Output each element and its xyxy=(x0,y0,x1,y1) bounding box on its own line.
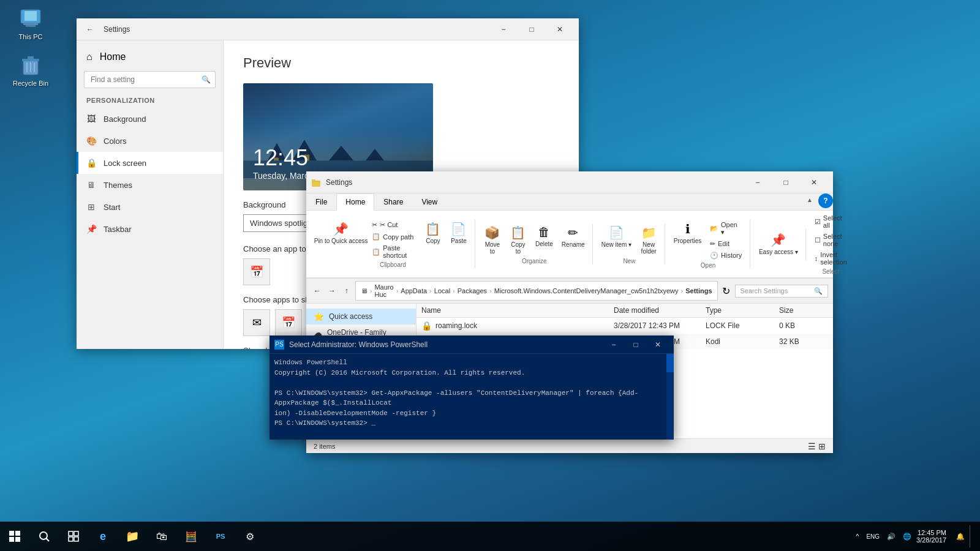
collapse-ribbon-button[interactable]: ▲ xyxy=(804,193,816,206)
properties-button[interactable]: ℹ Properties xyxy=(670,220,705,246)
sidebar-item-background[interactable]: 🖼 Background xyxy=(77,108,223,130)
view-details-button[interactable]: ☰ xyxy=(808,441,816,451)
sidebar-item-lock-screen[interactable]: 🔒 Lock screen xyxy=(77,152,223,174)
addr-forward-button[interactable]: → xyxy=(326,283,338,298)
explorer-minimize-button[interactable]: − xyxy=(744,171,772,193)
calendar-app-icon-2[interactable]: 📅 xyxy=(275,309,302,336)
select-all-button[interactable]: ☑ Select all xyxy=(811,213,851,230)
maximize-button[interactable]: □ xyxy=(518,18,546,40)
path-part-packages[interactable]: Packages xyxy=(458,287,487,294)
ribbon-tab-view[interactable]: View xyxy=(412,193,447,211)
copy-path-button[interactable]: 📋 Copy path xyxy=(368,231,420,242)
cut-button[interactable]: ✂ ✂ Cut xyxy=(368,220,420,230)
back-button[interactable]: ← xyxy=(81,21,99,38)
path-separator-5: › xyxy=(489,287,492,294)
explorer-close-button[interactable]: ✕ xyxy=(800,171,828,193)
col-type[interactable]: Type xyxy=(706,306,779,315)
refresh-button[interactable]: ↻ xyxy=(720,283,733,298)
taskbar-settings[interactable]: ⚙ xyxy=(235,522,265,551)
path-icon: 🖥 xyxy=(361,287,368,294)
address-path[interactable]: 🖥 › Mauro Huc › AppData › Local › Packag… xyxy=(355,281,718,301)
path-part-cdm[interactable]: Microsoft.Windows.ContentDeliveryManager… xyxy=(494,287,679,294)
col-date[interactable]: Date modified xyxy=(614,306,706,315)
tray-expand[interactable]: ^ xyxy=(853,531,861,541)
path-part-local[interactable]: Local xyxy=(434,287,450,294)
copy-to-button[interactable]: 📋 Copyto xyxy=(506,223,530,257)
close-button[interactable]: ✕ xyxy=(546,18,574,40)
colors-icon: 🎨 xyxy=(86,136,96,146)
quick-access-icon: ⭐ xyxy=(314,312,324,321)
addr-back-button[interactable]: ← xyxy=(311,283,323,298)
search-input[interactable] xyxy=(84,71,216,88)
desktop-icon-this-pc[interactable]: This PC xyxy=(6,6,55,40)
calendar-app-icon[interactable]: 📅 xyxy=(243,258,270,285)
explorer-maximize-button[interactable]: □ xyxy=(772,171,800,193)
taskbar-store[interactable]: 🛍 xyxy=(147,522,176,551)
tray-network[interactable]: 🌐 xyxy=(900,531,914,542)
tray-notification[interactable]: 🔔 xyxy=(954,531,967,542)
ribbon-tab-file[interactable]: File xyxy=(306,193,336,211)
select-group-label: Select xyxy=(822,268,839,275)
taskbar-edge[interactable]: e xyxy=(88,522,118,551)
ps-scrollbar[interactable] xyxy=(666,354,674,440)
start-icon xyxy=(9,530,21,542)
help-button[interactable]: ? xyxy=(818,193,833,208)
open-button[interactable]: 📂 Open ▾ xyxy=(706,220,746,238)
ribbon-tab-home[interactable]: Home xyxy=(336,193,374,211)
sidebar-item-start[interactable]: ⊞ Start xyxy=(77,196,223,218)
sidebar-item-home[interactable]: ⌂ Home xyxy=(77,45,223,69)
sidebar-item-themes[interactable]: 🖥 Themes xyxy=(77,174,223,196)
ps-body[interactable]: Windows PowerShell Copyright (C) 2016 Mi… xyxy=(270,354,674,440)
taskbar-clock[interactable]: 12:45 PM 3/28/2017 xyxy=(916,529,951,544)
delete-button[interactable]: 🗑 Delete xyxy=(532,223,557,249)
edit-button[interactable]: ✏ Edit xyxy=(706,239,746,249)
sidebar-item-colors[interactable]: 🎨 Colors xyxy=(77,130,223,152)
taskbar-search-button[interactable] xyxy=(29,522,59,551)
col-size[interactable]: Size xyxy=(779,306,828,315)
taskbar-calculator[interactable]: 🧮 xyxy=(176,522,206,551)
mail-app-icon[interactable]: ✉ xyxy=(243,309,270,336)
ps-minimize-button[interactable]: − xyxy=(603,335,625,354)
show-desktop-button[interactable] xyxy=(970,525,975,547)
ps-scroll-thumb[interactable] xyxy=(666,354,674,372)
invert-selection-button[interactable]: ↕ Invert selection xyxy=(811,250,851,267)
explorer-titlebar: Settings − □ ✕ xyxy=(306,171,833,193)
minimize-button[interactable]: − xyxy=(489,18,518,40)
move-to-button[interactable]: 📦 Moveto xyxy=(480,223,505,257)
easy-access-button[interactable]: 📌 Easy access ▾ xyxy=(755,231,802,257)
status-text: 2 items xyxy=(314,443,335,450)
path-part-mauro[interactable]: Mauro Huc xyxy=(374,283,393,298)
select-none-button[interactable]: ☐ Select none xyxy=(811,231,851,249)
view-tiles-button[interactable]: ⊞ xyxy=(818,441,826,451)
ribbon-tab-share[interactable]: Share xyxy=(374,193,412,211)
path-part-appdata[interactable]: AppData xyxy=(401,287,427,294)
file-row-roaming-lock[interactable]: 🔒 roaming.lock 3/28/2017 12:43 PM LOCK F… xyxy=(417,318,833,334)
start-button[interactable] xyxy=(0,522,29,551)
desktop-icon-recycle-bin[interactable]: Recycle Bin xyxy=(6,53,55,87)
svg-rect-28 xyxy=(74,537,78,541)
ps-close-button[interactable]: ✕ xyxy=(647,335,669,354)
paste-shortcut-button[interactable]: 📋 Paste shortcut xyxy=(368,243,420,260)
tray-language[interactable]: ENG xyxy=(864,532,882,541)
pin-to-quick-button[interactable]: 📌 Pin to Quick access xyxy=(315,220,367,246)
rename-icon: ✏ xyxy=(568,225,578,240)
taskbar-task-view[interactable] xyxy=(59,522,88,551)
rename-button[interactable]: ✏ Rename xyxy=(558,223,589,250)
sidebar-item-taskbar[interactable]: 📌 Taskbar xyxy=(77,218,223,240)
preview-time: 12:45 xyxy=(253,145,423,171)
taskbar-powershell[interactable]: PS xyxy=(206,522,235,551)
col-name[interactable]: Name xyxy=(421,306,614,315)
addr-up-button[interactable]: ↑ xyxy=(341,283,353,298)
history-button[interactable]: 🕐 History xyxy=(706,250,746,261)
desktop-icons: This PC Recycle Bin xyxy=(6,6,55,87)
ps-maximize-button[interactable]: □ xyxy=(625,335,647,354)
explorer-search[interactable]: Search Settings 🔍 xyxy=(735,285,828,298)
nav-quick-access[interactable]: ⭐ Quick access xyxy=(306,309,416,324)
taskbar-file-explorer[interactable]: 📁 xyxy=(118,522,147,551)
paste-button[interactable]: 📄 Paste xyxy=(447,220,471,246)
new-item-button[interactable]: 📄 New item ▾ xyxy=(598,223,635,250)
tray-volume[interactable]: 🔊 xyxy=(884,531,898,542)
copy-button[interactable]: 📋 Copy xyxy=(421,220,445,246)
new-folder-button[interactable]: 📁 Newfolder xyxy=(636,223,661,257)
path-part-settings[interactable]: Settings xyxy=(685,287,712,294)
